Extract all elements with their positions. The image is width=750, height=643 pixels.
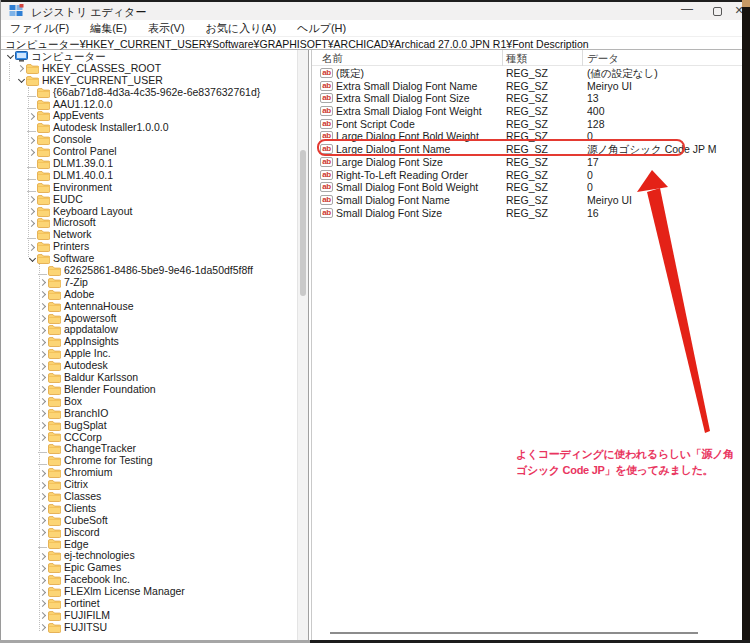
chevron-right-icon[interactable] (38, 504, 48, 514)
registry-value-row[interactable]: abSmall Dialog Font SizeREG_SZ16 (312, 207, 742, 220)
tree-item[interactable]: Microsoft (1, 217, 297, 229)
chevron-right-icon[interactable] (38, 611, 48, 621)
chevron-right-icon[interactable] (38, 623, 48, 633)
chevron-right-icon[interactable] (16, 64, 26, 74)
tree-item[interactable]: Discord (1, 527, 297, 539)
tree-item[interactable]: DLM1.39.0.1 (1, 158, 297, 170)
tree-item[interactable]: {66ab71d8-4d3a-4c35-962e-6e837632761d} (1, 87, 297, 99)
chevron-down-icon[interactable] (16, 76, 26, 86)
chevron-right-icon[interactable] (27, 111, 37, 121)
chevron-right-icon[interactable] (27, 135, 37, 145)
menu-view[interactable]: 表示(V) (139, 20, 194, 36)
registry-value-row[interactable]: abRight-To-Left Reading OrderREG_SZ0 (312, 169, 742, 182)
menu-edit[interactable]: 編集(E) (81, 20, 136, 36)
chevron-right-icon[interactable] (38, 302, 48, 312)
registry-value-row[interactable]: abExtra Small Dialog Font WeightREG_SZ40… (312, 105, 742, 118)
chevron-right-icon[interactable] (38, 361, 48, 371)
tree-item[interactable]: ej-technologies (1, 550, 297, 562)
tree-item[interactable]: 7-Zip (1, 277, 297, 289)
chevron-right-icon[interactable] (27, 218, 37, 228)
registry-value-row[interactable]: abExtra Small Dialog Font SizeREG_SZ13 (312, 92, 742, 105)
tree-item[interactable]: CCCorp (1, 432, 297, 444)
chevron-right-icon[interactable] (38, 314, 48, 324)
tree-item[interactable]: CubeSoft (1, 515, 297, 527)
tree-item[interactable]: BranchIO (1, 408, 297, 420)
tree-item[interactable]: EUDC (1, 194, 297, 206)
registry-value-row[interactable]: abSmall Dialog Font Bold WeightREG_SZ0 (312, 181, 742, 194)
chevron-right-icon[interactable] (38, 337, 48, 347)
pane-divider[interactable] (308, 50, 312, 640)
tree-item[interactable]: Chrome for Testing (1, 455, 297, 467)
tree-item[interactable]: Control Panel (1, 146, 297, 158)
tree-item[interactable]: Chromium (1, 467, 297, 479)
chevron-right-icon[interactable] (38, 397, 48, 407)
chevron-right-icon[interactable] (38, 409, 48, 419)
column-header-type[interactable]: 種類 (506, 52, 527, 66)
chevron-right-icon[interactable] (38, 421, 48, 431)
tree-item[interactable]: BugSplat (1, 420, 297, 432)
chevron-right-icon[interactable] (27, 207, 37, 217)
tree-item[interactable]: Citrix (1, 479, 297, 491)
tree-item[interactable]: FUJITSU (1, 622, 297, 634)
tree-item[interactable]: Edge (1, 539, 297, 551)
tree-item[interactable]: Clients (1, 503, 297, 515)
tree-item[interactable]: FLEXlm License Manager (1, 586, 297, 598)
column-separator[interactable] (582, 50, 583, 66)
chevron-right-icon[interactable] (38, 551, 48, 561)
tree-item[interactable]: Keyboard Layout (1, 206, 297, 218)
tree-item[interactable]: Box (1, 396, 297, 408)
tree-item[interactable]: Console (1, 134, 297, 146)
chevron-down-icon[interactable] (5, 52, 15, 62)
tree-item[interactable]: Autodesk Installer1.0.0.0 (1, 122, 297, 134)
chevron-right-icon[interactable] (38, 480, 48, 490)
tree-item[interactable]: DLM1.40.0.1 (1, 170, 297, 182)
tree-item[interactable]: FUJIFILM (1, 610, 297, 622)
tree-item[interactable]: Fortinet (1, 598, 297, 610)
column-header-name[interactable]: 名前 (322, 52, 343, 66)
address-bar[interactable]: コンピューター¥HKEY_CURRENT_USER¥Software¥GRAPH… (1, 36, 742, 50)
tree-item[interactable]: AAU1.12.0.0 (1, 99, 297, 111)
chevron-right-icon[interactable] (38, 290, 48, 300)
tree-item[interactable]: Network (1, 229, 297, 241)
menu-file[interactable]: ファイル(F) (1, 20, 78, 36)
menu-help[interactable]: ヘルプ(H) (288, 20, 355, 36)
registry-value-row[interactable]: abExtra Small Dialog Font NameREG_SZMeir… (312, 80, 742, 93)
chevron-down-icon[interactable] (27, 254, 37, 264)
menu-favorites[interactable]: お気に入り(A) (197, 20, 285, 36)
chevron-right-icon[interactable] (38, 325, 48, 335)
values-horizontal-scrollbar-thumb[interactable] (330, 632, 698, 634)
tree-item[interactable]: Apple Inc. (1, 348, 297, 360)
tree-item[interactable]: Autodesk (1, 360, 297, 372)
minimize-button[interactable]: — (673, 2, 701, 20)
chevron-right-icon[interactable] (38, 516, 48, 526)
tree-item[interactable]: Blender Foundation (1, 384, 297, 396)
registry-value-row[interactable]: abSmall Dialog Font NameREG_SZMeiryo UI (312, 194, 742, 207)
chevron-right-icon[interactable] (38, 587, 48, 597)
registry-value-row[interactable]: ab(既定)REG_SZ(値の設定なし) (312, 67, 742, 80)
tree-vertical-scrollbar[interactable] (297, 50, 308, 640)
chevron-right-icon[interactable] (38, 563, 48, 573)
chevron-right-icon[interactable] (38, 373, 48, 383)
chevron-right-icon[interactable] (38, 468, 48, 478)
column-header-data[interactable]: データ (587, 52, 619, 66)
chevron-right-icon[interactable] (38, 575, 48, 585)
tree-item[interactable]: Adobe (1, 289, 297, 301)
tree-item[interactable]: AntennaHouse (1, 301, 297, 313)
column-separator[interactable] (502, 50, 503, 66)
tree-scrollbar-thumb[interactable] (300, 150, 306, 296)
tree-item[interactable]: Classes (1, 491, 297, 503)
tree-item[interactable]: HKEY_CLASSES_ROOT (1, 63, 297, 75)
chevron-right-icon[interactable] (27, 147, 37, 157)
tree-item[interactable]: appdatalow (1, 324, 297, 336)
tree-item[interactable]: AppInsights (1, 336, 297, 348)
chevron-right-icon[interactable] (38, 278, 48, 288)
tree-item[interactable]: Apowersoft (1, 313, 297, 325)
chevron-right-icon[interactable] (38, 385, 48, 395)
tree-item[interactable]: HKEY_CURRENT_USER (1, 75, 297, 87)
registry-value-row[interactable]: abLarge Dialog Font SizeREG_SZ17 (312, 156, 742, 169)
chevron-right-icon[interactable] (38, 599, 48, 609)
chevron-right-icon[interactable] (38, 528, 48, 538)
tree-item[interactable]: Epic Games (1, 562, 297, 574)
chevron-right-icon[interactable] (38, 349, 48, 359)
chevron-right-icon[interactable] (38, 432, 48, 442)
